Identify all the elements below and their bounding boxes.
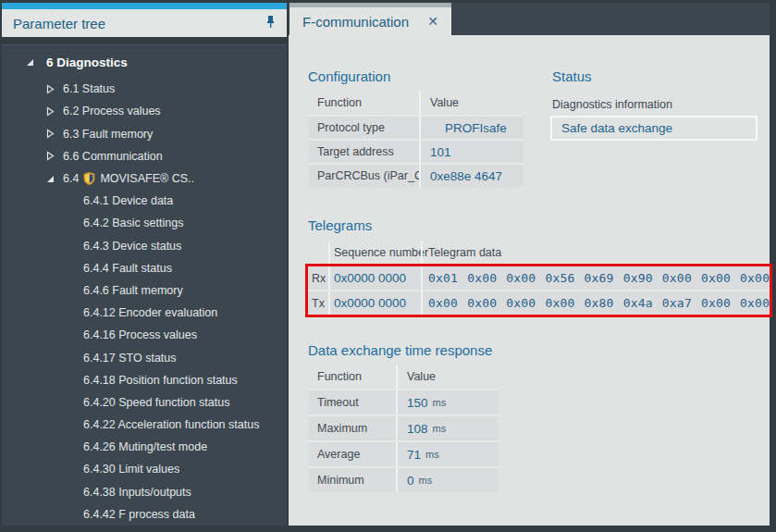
tree-item-label: 6.2 Process values [63,105,161,118]
tree-item-6-4-3-device-status[interactable]: 6.4.3 Device status [2,235,287,257]
expander-collapsed-icon[interactable] [44,106,55,117]
expander-expanded-icon[interactable] [24,58,35,67]
tab-strip: F-communication ✕ [289,3,770,35]
time-row-average: Average71ms [308,440,498,466]
telegram-sequence-number: 0x0000 0000 [328,291,421,315]
telegram-data-bytes: 0x01 0x00 0x00 0x56 0x69 0x90 0x00 0x00 … [421,266,770,290]
column-header-value: Value [396,365,498,389]
config-function: Protocol type [308,121,419,134]
pin-icon[interactable] [265,15,276,31]
time-row-minimum: Minimum0ms [308,466,498,492]
column-header-value: Value [419,91,523,115]
column-header-function: Function [308,370,396,383]
tree-item-label: 6.4.1 Device data [83,194,173,207]
telegrams-section: Telegrams Sequence number Telegram data … [308,217,770,317]
time-function: Minimum [308,474,396,487]
time-response-title: Data exchange time response [308,342,498,359]
status-title: Status [552,68,770,85]
tree-item-6-4-2-basic-settings[interactable]: 6.4.2 Basic settings [2,212,287,234]
tree-item-6-4-20-speed-function-status[interactable]: 6.4.20 Speed function status [2,391,287,414]
tree-item-6-diagnostics[interactable]: 6 Diagnostics [2,51,287,73]
config-value: 101 [419,141,523,163]
tree-item-6-1-status[interactable]: 6.1 Status [2,78,287,100]
tab-f-communication[interactable]: F-communication ✕ [289,3,451,35]
time-value: 0ms [396,468,498,492]
tab-label: F-communication [302,14,409,30]
parameter-tree-title: Parameter tree [13,16,105,31]
tree-item-6-4-6-fault-memory[interactable]: 6.4.6 Fault memory [2,279,287,302]
telegram-data-bytes: 0x00 0x00 0x00 0x00 0x80 0x4a 0xa7 0x00 … [421,291,770,315]
time-value: 71ms [396,442,498,466]
tree-item-6-4-17-sto-status[interactable]: 6.4.17 STO status [2,346,287,368]
tree-item-6-4-30-limit-values[interactable]: 6.4.30 Limit values [2,458,287,480]
tree-item-label: 6.1 Status [63,82,115,95]
tree-item-6-2-process-values[interactable]: 6.2 Process values [2,100,287,122]
config-row-protocol-type: Protocol typePROFIsafe [308,115,523,139]
tree-item-6-4-22-acceleration-function-status[interactable]: 6.4.22 Acceleration function status [2,414,287,436]
tree-item-6-4-1-device-data[interactable]: 6.4.1 Device data [2,190,287,212]
status-section: Status Diagnostics information Safe data… [552,68,770,141]
time-value: 108ms [396,416,498,440]
config-function: Target address [308,145,419,158]
tree-item-6-4-12-encoder-evaluation[interactable]: 6.4.12 Encoder evaluation [2,302,287,324]
tree-item-6-3-fault-memory[interactable]: 6.3 Fault memory [2,123,287,145]
annotation-telegrams-highlight: Rx0x0000 00000x01 0x00 0x00 0x56 0x69 0x… [305,264,772,317]
expander-collapsed-icon[interactable] [44,129,55,139]
tree-item-6-6-communication[interactable]: 6.6 Communication [2,145,287,167]
telegram-row-rx: Rx0x0000 00000x01 0x00 0x00 0x56 0x69 0x… [308,266,770,290]
config-value: PROFIsafe [419,117,523,139]
time-function: Timeout [308,396,396,409]
tree-item-6-4-26-muting-test-mode[interactable]: 6.4.26 Muting/test mode [2,436,287,458]
tree-item-label: 6.4.42 F process data [83,508,195,521]
document-panel: F-communication ✕ Configuration Function… [289,3,770,526]
shield-icon [83,172,95,185]
tree-item-6-4-38-inputs-outputs[interactable]: 6.4.38 Inputs/outputs [2,481,287,503]
diagnostics-information-value: Safe data exchange [552,121,672,135]
parameter-tree-panel: Parameter tree 6 Diagnostics6.1 Status6.… [2,3,287,526]
tree-item-label: 6.4.18 Position function status [83,374,238,387]
tree-item-label: 6.4.22 Acceleration function status [83,418,259,431]
diagnostics-information-field: Safe data exchange [550,116,758,141]
tree-item-label: 6.3 Fault memory [63,128,153,141]
expander-collapsed-icon[interactable] [44,84,55,94]
tree-item-6-4-4-fault-status[interactable]: 6.4.4 Fault status [2,257,287,279]
time-response-table-header: Function Value [308,365,498,389]
tree-item-label: 6.4.26 Muting/test mode [83,440,207,453]
tree-item-label: 6.4.17 STO status [83,352,177,365]
time-row-maximum: Maximum108ms [308,414,498,440]
config-value: 0xe88e 4647 [419,165,523,187]
panel-header-gap [2,37,287,44]
config-row-target-address: Target address101 [308,139,523,163]
configuration-table: Function Value Protocol typePROFIsafeTar… [308,91,523,187]
panel-accent-strip [2,3,287,9]
config-row-parcrcbus-ipar-crc: ParCRCBus (iPar_CRC)0xe88e 4647 [308,163,523,187]
time-response-table: Function Value Timeout150msMaximum108msA… [308,365,498,492]
telegram-direction: Rx [308,272,328,285]
time-row-timeout: Timeout150ms [308,389,498,414]
config-function: ParCRCBus (iPar_CRC) [308,169,419,182]
time-function: Maximum [308,422,396,435]
tree-item-6-4-16-process-values[interactable]: 6.4.16 Process values [2,324,287,346]
tree-item-6-4-42-f-process-data[interactable]: 6.4.42 F process data [2,503,287,526]
telegram-row-tx: Tx0x0000 00000x00 0x00 0x00 0x00 0x80 0x… [308,290,770,315]
configuration-section: Configuration Function Value Protocol ty… [308,68,523,187]
telegrams-title: Telegrams [308,217,770,234]
column-header-sequence-number: Sequence number [328,241,421,264]
tree-item-6-4-movisafe-cs[interactable]: 6.4MOVISAFE® CS.. [2,167,287,190]
tree-item-label: 6.4.30 Limit values [83,463,179,476]
tree-item-6-4-18-position-function-status[interactable]: 6.4.18 Position function status [2,369,287,391]
diagnostics-information-label: Diagnostics information [552,98,770,111]
tree-item-label: 6.4.12 Encoder evaluation [83,306,217,319]
column-header-telegram-data: Telegram data [421,241,770,264]
tree-item-label: 6.4.38 Inputs/outputs [83,486,191,499]
tab-close-icon[interactable]: ✕ [416,14,438,29]
telegram-direction: Tx [308,297,328,310]
expander-collapsed-icon[interactable] [44,151,55,161]
telegram-sequence-number: 0x0000 0000 [328,266,421,290]
tab-content: Configuration Function Value Protocol ty… [289,35,770,526]
expander-expanded-icon[interactable] [44,175,55,183]
tree-item-label: 6.4.3 Device status [83,240,181,253]
tree-item-label: 6.4.16 Process values [83,328,197,341]
telegrams-table-header: Sequence number Telegram data [308,241,770,264]
parameter-tree-header: Parameter tree [2,9,287,37]
